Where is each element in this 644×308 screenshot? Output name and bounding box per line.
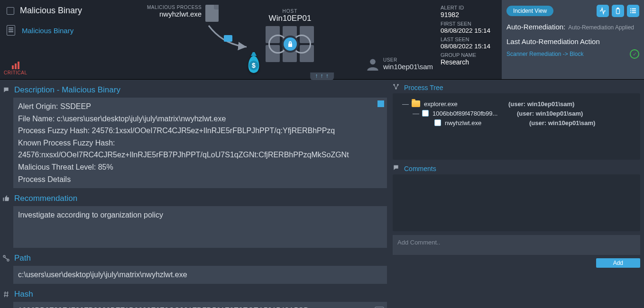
copy-icon[interactable] — [377, 100, 384, 107]
path-title: Path — [14, 254, 31, 263]
svg-rect-4 — [616, 9, 620, 13]
details-column: Description - Malicious Binary Alert Ori… — [0, 80, 389, 308]
recommendation-title: Recommendation — [14, 194, 77, 203]
desc-line: Process Fuzzy Hash: 24576:1xsxl/OOeI7RC4… — [18, 125, 382, 137]
collapse-icon[interactable]: — — [402, 100, 408, 108]
locked-files-icon — [266, 26, 315, 62]
header-actions-panel: Incident View Auto-Remediation: Auto-Rem… — [502, 0, 644, 79]
first-seen-value: 08/08/2022 15:14 — [441, 27, 499, 34]
malicious-process-block: MALICIOUS PROCESS nwyhzlwt.exe — [147, 5, 219, 22]
svg-text:$: $ — [252, 62, 256, 69]
check-circle-icon: ✓ — [630, 49, 639, 59]
hash-body: 1006BB0F89F4780FB9920BFF1B6692F6F0CC921F… — [13, 302, 387, 308]
scroll-up-indicator[interactable]: ↑ ↑ ↑ — [310, 72, 334, 80]
alert-header: Malicious Binary Malicious Binary CRITIC… — [0, 0, 644, 80]
comment-icon — [393, 164, 400, 172]
svg-rect-0 — [224, 35, 232, 42]
severity-bars-icon — [4, 61, 28, 69]
desc-line: 24576:nxsxl/OOeI7RC4CJR5ez+IlnRJE5rFB7PJ… — [18, 149, 382, 161]
description-section: Description - Malicious Binary Alert Ori… — [2, 83, 387, 188]
activity-icon-button[interactable] — [597, 5, 609, 17]
comments-section: Comments Add — [393, 164, 640, 268]
tree-process-name: explorer.exe — [424, 100, 505, 108]
list-icon-button[interactable] — [627, 5, 639, 17]
desc-line: Malicious Threat Level: 85% — [18, 161, 382, 173]
last-action-title: Last Auto-Remediation Action — [506, 37, 639, 45]
tree-icon — [393, 83, 400, 91]
last-seen-value: 08/08/2022 15:14 — [441, 43, 499, 50]
svg-rect-7 — [632, 9, 636, 9]
incident-view-button[interactable]: Incident View — [506, 6, 553, 16]
svg-rect-5 — [617, 8, 619, 9]
header-diagram: MALICIOUS PROCESS nwyhzlwt.exe HOST Win1… — [142, 0, 438, 79]
svg-rect-11 — [632, 12, 636, 13]
alert-id-label: ALERT ID — [441, 5, 499, 10]
comments-title: Comments — [404, 165, 436, 172]
alert-subtitle[interactable]: Malicious Binary — [22, 27, 74, 35]
host-label: HOST — [266, 9, 315, 14]
recommendation-body: Investigate according to organization po… — [13, 206, 387, 248]
description-title: Description - Malicious Binary — [14, 85, 120, 95]
comment-input[interactable] — [393, 235, 640, 255]
malicious-process-label: MALICIOUS PROCESS — [147, 5, 202, 10]
path-icon — [2, 254, 10, 262]
process-icon — [422, 110, 429, 117]
auto-remediation-value: Auto-Remediation Applied — [568, 24, 634, 31]
tree-row[interactable]: — explorer.exe (user: win10ep01\sam) — [398, 99, 635, 109]
comments-list — [393, 174, 640, 231]
user-name: win10ep01\sam — [383, 63, 433, 71]
more-icon[interactable]: ••• — [371, 306, 374, 308]
group-name-label: GROUP NAME — [441, 52, 499, 58]
tree-process-user: (user: win10ep01\sam) — [529, 119, 595, 127]
tree-row[interactable]: — nwyhzlwt.exe (user: win10ep01\sam) — [398, 118, 635, 127]
collapse-icon[interactable]: — — [413, 109, 418, 117]
money-bag-icon: $ — [244, 52, 263, 74]
thumb-icon — [2, 195, 10, 202]
side-column: Process Tree — explorer.exe (user: win10… — [389, 80, 644, 308]
tree-process-user: (user: win10ep01\sam) — [508, 100, 574, 108]
alert-meta: ALERT ID 91982 FIRST SEEN 08/08/2022 15:… — [438, 0, 502, 79]
last-seen-label: LAST SEEN — [441, 36, 499, 42]
hash-icon — [2, 290, 10, 298]
user-icon — [366, 57, 379, 71]
group-name-value: Research — [441, 58, 499, 66]
speech-icon — [2, 87, 10, 93]
path-body: c:\users\user\desktop\july\july\matrix\n… — [13, 266, 387, 284]
desc-line: Process Details — [18, 173, 382, 186]
svg-point-3 — [370, 59, 376, 65]
severity-label: CRITICAL — [4, 70, 28, 75]
user-block: USER win10ep01\sam — [366, 57, 433, 71]
svg-rect-10 — [630, 12, 631, 13]
select-alert-checkbox[interactable] — [7, 7, 14, 15]
hash-section: Hash 1006BB0F89F4780FB9920BFF1B6692F6F0C… — [2, 288, 387, 308]
tree-process-name: nwyhzlwt.exe — [445, 119, 525, 127]
last-action-link[interactable]: Scanner Remediation -> Block — [506, 51, 583, 57]
user-label: USER — [383, 57, 433, 63]
severity-indicator: CRITICAL — [4, 61, 28, 75]
tree-row[interactable]: — 1006bb0f89f4780fb99... (user: win10ep0… — [398, 109, 635, 118]
process-tree-section: Process Tree — explorer.exe (user: win10… — [393, 83, 640, 160]
tree-process-name: 1006bb0f89f4780fb99... — [432, 110, 513, 117]
clipboard-icon-button[interactable] — [612, 5, 624, 17]
process-tree-body: — explorer.exe (user: win10ep01\sam) — 1… — [393, 93, 640, 160]
document-icon — [7, 25, 15, 36]
tree-process-user: (user: win10ep01\sam) — [517, 110, 583, 117]
arrow-icon — [204, 21, 256, 54]
alert-title: Malicious Binary — [20, 6, 82, 16]
process-tree-title: Process Tree — [404, 84, 443, 91]
host-block: HOST Win10EP01 — [266, 9, 315, 62]
folder-icon — [412, 100, 420, 107]
desc-line: Alert Origin: SSDEEP — [18, 100, 382, 113]
svg-rect-8 — [630, 10, 631, 11]
process-icon — [434, 119, 441, 126]
lock-icon — [284, 37, 297, 51]
description-body: Alert Origin: SSDEEP File Name: c:\users… — [13, 98, 387, 188]
alert-id-value: 91982 — [441, 11, 499, 18]
add-comment-button[interactable]: Add — [596, 258, 640, 268]
header-left: Malicious Binary Malicious Binary CRITIC… — [0, 0, 142, 79]
host-name: Win10EP01 — [266, 14, 315, 23]
svg-rect-9 — [632, 10, 636, 11]
malicious-process-name: nwyhzlwt.exe — [147, 10, 202, 18]
file-icon — [205, 5, 219, 22]
first-seen-label: FIRST SEEN — [441, 21, 499, 27]
